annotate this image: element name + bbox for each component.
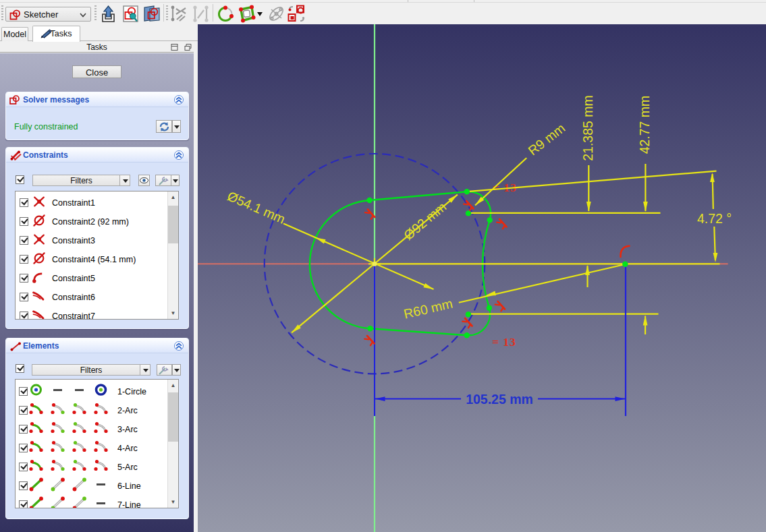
svg-text:105.25 mm: 105.25 mm [466,392,533,407]
svg-text:21.385 mm: 21.385 mm [580,95,595,161]
svg-text:= 13: = 13 [492,335,516,349]
svg-text:4.72 °: 4.72 ° [697,211,732,226]
svg-text:42.77 mm: 42.77 mm [637,96,652,154]
